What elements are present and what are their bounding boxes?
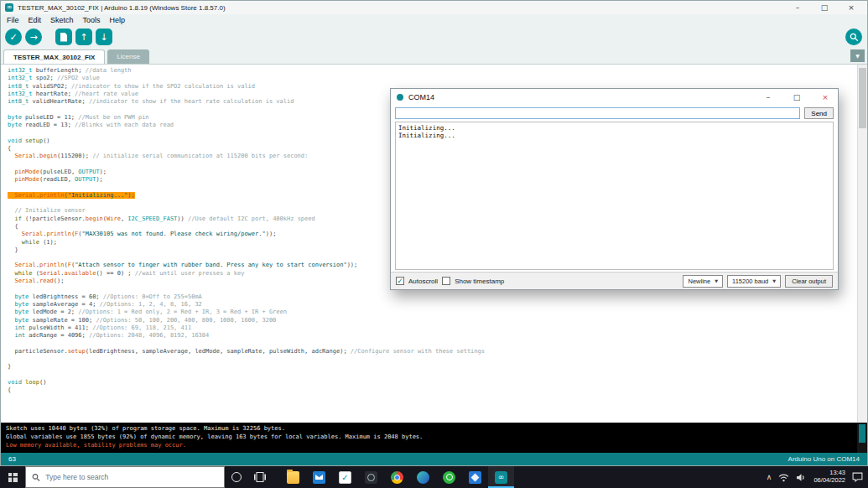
hidden-icons-chevron[interactable]: ∧ — [767, 473, 772, 481]
serial-minimize-button[interactable]: – — [763, 93, 773, 101]
code-line: int32_t bufferLength; //data length — [8, 67, 855, 75]
code-line: { — [8, 387, 855, 394]
task-view-icon — [254, 472, 266, 482]
code-line: int adcRange = 4096; //Options: 2048, 40… — [8, 332, 855, 340]
code-line — [8, 371, 855, 379]
console-message: Global variables use 1855 bytes (92%) of… — [6, 433, 854, 441]
search-input[interactable] — [45, 473, 218, 481]
menu-bar: FileEditSketchToolsHelp — [1, 14, 867, 26]
cortana-button[interactable] — [225, 466, 248, 488]
code-line — [8, 340, 855, 347]
tab-sketch[interactable]: TESTER_MAX_30102_FIX — [3, 49, 105, 64]
window-title: TESTER_MAX_30102_FIX | Arduino 1.8.19 (W… — [18, 4, 226, 12]
upload-icon: → — [29, 32, 37, 43]
taskbar-whatsapp-button[interactable] — [436, 466, 462, 488]
serial-window-title: COM14 — [408, 93, 434, 101]
start-button[interactable] — [0, 466, 25, 488]
title-bar: ∞ TESTER_MAX_30102_FIX | Arduino 1.8.19 … — [1, 1, 867, 14]
open-button[interactable]: ↑ — [75, 29, 92, 45]
taskbar-edge-button[interactable] — [410, 466, 436, 488]
status-bar: 63 Arduino Uno on COM14 — [1, 453, 867, 465]
code-line: } — [8, 363, 855, 371]
magnifier-icon — [850, 33, 859, 42]
cortana-icon — [231, 472, 242, 482]
editor-scrollbar-thumb[interactable] — [859, 68, 866, 128]
minimize-button[interactable]: – — [793, 3, 803, 12]
chrome-icon — [391, 471, 403, 484]
code-line: byte ledBrightness = 60; //Options: 0=Of… — [8, 293, 855, 301]
menu-edit[interactable]: Edit — [29, 16, 42, 24]
taskbar-apps — [280, 466, 514, 488]
system-tray: ∧ 13:43 06/04/2022 — [767, 470, 868, 485]
line-ending-value: Newline — [688, 278, 710, 285]
menu-help[interactable]: Help — [110, 16, 126, 24]
taskbar-tasks-app-button[interactable] — [332, 466, 358, 488]
taskbar-clock[interactable]: 13:43 06/04/2022 — [813, 470, 845, 485]
save-icon: ↓ — [100, 32, 107, 43]
taskbar-camera-button[interactable] — [358, 466, 384, 488]
editor-scrollbar[interactable] — [857, 65, 867, 423]
screen: ∞ TESTER_MAX_30102_FIX | Arduino 1.8.19 … — [0, 0, 868, 488]
timestamp-checkbox[interactable] — [442, 277, 450, 285]
menu-sketch[interactable]: Sketch — [50, 16, 74, 24]
baud-rate-value: 115200 baud — [732, 278, 768, 285]
taskbar-chrome-button[interactable] — [384, 466, 410, 488]
timestamp-label: Show timestamp — [455, 278, 504, 285]
clock-date: 06/04/2022 — [813, 477, 845, 485]
close-button[interactable]: × — [846, 3, 856, 12]
current-line-number: 63 — [8, 455, 16, 463]
mail-icon — [313, 471, 325, 484]
search-icon — [32, 473, 40, 482]
serial-maximize-button[interactable]: □ — [792, 93, 802, 101]
line-ending-dropdown[interactable]: Newline ▼ — [683, 275, 723, 288]
console-output: Sketch uses 10440 bytes (32%) of program… — [6, 424, 854, 449]
menu-tools[interactable]: Tools — [83, 16, 101, 24]
serial-title-bar: COM14 – □ × — [391, 89, 838, 106]
taskbar-arduino-button[interactable] — [488, 466, 514, 488]
code-line — [8, 356, 855, 363]
code-line: int pulseWidth = 411; //Options: 69, 118… — [8, 324, 855, 332]
photos-icon — [469, 471, 481, 484]
code-line: void loop() — [8, 379, 855, 387]
taskbar-file-explorer-button[interactable] — [280, 466, 306, 488]
autoscroll-checkbox[interactable]: ✓ — [396, 277, 404, 285]
taskbar: ∧ 13:43 06/04/2022 — [0, 466, 868, 488]
upload-button[interactable]: → — [25, 29, 42, 45]
save-button[interactable]: ↓ — [96, 29, 112, 45]
chevron-down-icon: ▼ — [772, 278, 776, 283]
console-scrollbar-thumb[interactable] — [859, 424, 865, 443]
highlighted-code: Serial.println("Initializing..."); — [8, 192, 135, 199]
com-port-icon — [397, 94, 403, 101]
tab-license[interactable]: License — [107, 49, 149, 64]
taskbar-search[interactable] — [25, 466, 225, 488]
code-line: byte ledMode = 2; //Options: 1 = Red onl… — [8, 309, 855, 316]
action-center-icon[interactable] — [852, 472, 863, 482]
verify-icon: ✓ — [9, 32, 17, 43]
maximize-button[interactable]: □ — [819, 3, 829, 12]
volume-icon[interactable] — [796, 473, 807, 482]
verify-button[interactable]: ✓ — [5, 29, 22, 45]
serial-input-row: Send — [391, 106, 838, 121]
console-scrollbar[interactable] — [857, 423, 867, 453]
tab-list-button[interactable]: ▼ — [850, 49, 865, 62]
wifi-icon[interactable] — [778, 473, 789, 482]
autoscroll-label: Autoscroll — [408, 278, 438, 285]
taskbar-photos-button[interactable] — [462, 466, 488, 488]
open-icon: ↑ — [80, 32, 87, 43]
new-sketch-button[interactable] — [55, 29, 72, 45]
serial-close-button[interactable]: × — [820, 93, 830, 101]
code-line: int32_t spo2; //SPO2 value — [8, 75, 855, 82]
taskbar-mail-button[interactable] — [306, 466, 332, 488]
menu-file[interactable]: File — [7, 16, 19, 24]
console-message: Sketch uses 10440 bytes (32%) of program… — [6, 424, 854, 433]
baud-rate-dropdown[interactable]: 115200 baud ▼ — [727, 275, 781, 288]
console-warning: Low memory available, stability problems… — [6, 441, 854, 449]
serial-monitor-button[interactable] — [845, 29, 862, 45]
clear-output-button[interactable]: Clear output — [785, 275, 833, 288]
send-button[interactable]: Send — [804, 107, 834, 119]
whatsapp-icon — [443, 471, 455, 484]
serial-output[interactable]: Initializing...Initializing... — [395, 122, 834, 270]
windows-logo-icon — [8, 473, 18, 482]
serial-input[interactable] — [395, 107, 800, 119]
task-view-button[interactable] — [248, 466, 272, 488]
